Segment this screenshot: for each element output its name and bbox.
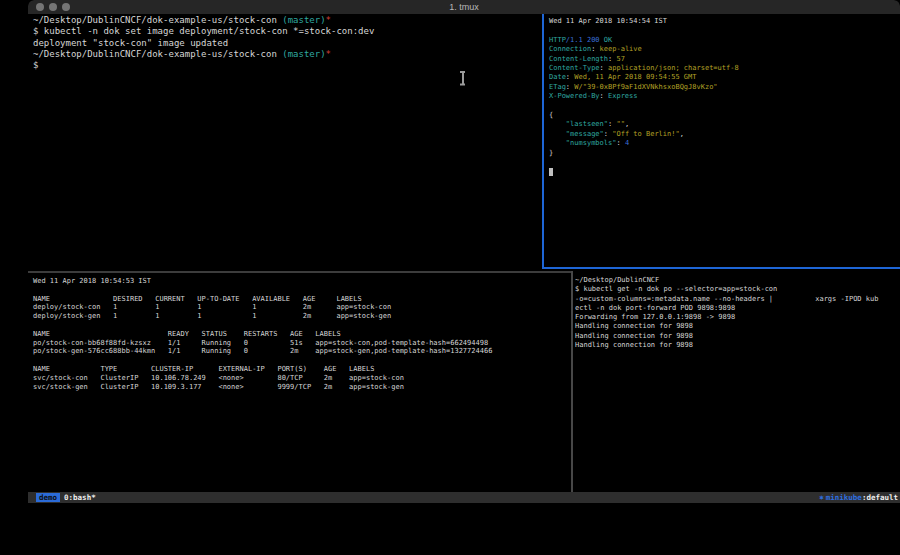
text-ibeam-pointer-icon (459, 71, 466, 85)
terminal-window: 1. tmux ~/Desktop/DublinCNCF/dok-example… (28, 0, 900, 503)
pane-port-forward[interactable]: ~/Desktop/DublinCNCF$ kubectl get -n dok… (573, 269, 900, 492)
pane-shell-deploy[interactable]: ~/Desktop/DublinCNCF/dok-example-us/stoc… (28, 14, 547, 272)
tmux-window-tab[interactable]: 0:bash* (64, 493, 96, 502)
kube-context-label: minikube (826, 493, 862, 502)
window-title: 1. tmux (28, 0, 900, 14)
pane-divider-horizontal[interactable] (28, 271, 572, 273)
active-pane-divider-horizontal[interactable] (542, 267, 900, 269)
kubernetes-helm-icon: ⎈ (819, 493, 824, 502)
tmux-status-bar: demo 0:bash* ⎈ minikube :default (28, 492, 900, 503)
tmux-status-left: demo 0:bash* (36, 493, 96, 502)
pane-divider-vertical[interactable] (571, 271, 573, 492)
tmux-session-name: demo (36, 493, 60, 502)
desktop-background: 1. tmux ~/Desktop/DublinCNCF/dok-example… (0, 0, 900, 555)
pane-kubectl-resources[interactable]: Wed 11 Apr 2018 10:54:53 IST NAME DESIRE… (28, 273, 576, 492)
kube-context-status: ⎈ minikube :default (819, 493, 898, 502)
kube-namespace-label: :default (862, 493, 898, 502)
active-pane-divider-vertical[interactable] (542, 14, 544, 269)
window-titlebar[interactable]: 1. tmux (28, 0, 900, 14)
pane-http-response[interactable]: Wed 11 Apr 2018 10:54:54 IST HTTP/1.1 20… (545, 14, 900, 270)
terminal-screen: ~/Desktop/DublinCNCF/dok-example-us/stoc… (28, 14, 900, 492)
